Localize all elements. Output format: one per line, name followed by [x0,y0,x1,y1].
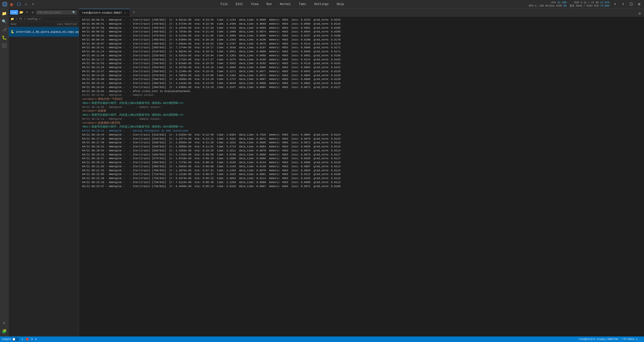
puzzle-icon[interactable]: 🧩 [1,328,8,335]
log-line: 04/21 00:21:02 - mmengine - - Iter(train… [82,165,641,169]
extensions-icon[interactable]: ⬛ [1,42,8,49]
search-icon: 🔍 [72,11,76,14]
log-line: 04/21 00:13:26 - mmengine - - Iter(train… [82,66,641,70]
log-line: 04/21 00:18:54 - mmengine - - Iter(train… [82,149,641,153]
search-activity-icon[interactable]: 🔍 [1,18,8,25]
log-line: 04/21 00:09:02 - mmengine - - Iter(train… [82,34,641,38]
name-column-header: Name [11,23,17,26]
log-line: 04/21 00:19:57 - mmengine - - Iter(train… [82,157,641,161]
list-item[interactable]: 🐍 internlm2_1_8b_qlora_alpaca_e3_copy.py… [9,27,79,37]
server-info: root@intern-studio-5002746: ~/ft/data s.… [579,338,642,341]
disk-label: 显存 6046 / 8182 MiB 73.89% [570,4,609,8]
log-output[interactable]: 04/21 00:06:51 - mmengine - - Iter(train… [79,17,644,336]
editor-area: root@intern-studio-50027 ✕ + ⚙ 04/21 00:… [79,9,644,336]
log-line: 04/21 00:17:49 - mmengine - - Iter(train… [82,141,641,145]
menu-bar: File Edit View Run Kernel Tabs Settings … [218,2,346,7]
error-count: 0 [31,338,33,341]
tab-terminal[interactable]: root@intern-studio-50027 ✕ [79,9,130,16]
menu-kernel[interactable]: Kernel [278,2,293,7]
menu-run[interactable]: Run [264,2,274,7]
log-line: 04/21 00:06:51 - mmengine - - Iter(train… [82,22,641,26]
second-icon[interactable]: ◐ [9,2,15,7]
list-icon[interactable]: ≡ [1,320,8,327]
cpu-info: CPU 21.39% GPU-1: 10% Nvidia A100 8% [529,1,566,8]
main-area: 📁 🔍 ⎇ 🐛 ⬛ ≡ 🧩 + + 📂 ⬆ ↻ 🔍 📁 / ft / confi… [0,9,644,336]
log-line: 04/21 00:16:11 - mmengine - - Saving che… [82,129,641,133]
upload-icon[interactable]: ⬆ [612,2,618,7]
log-line: 04/21 00:12:53 - mmengine - - Iter(train… [82,62,641,66]
line-number: 1 [22,338,23,341]
simple-toggle[interactable]: Simple [2,337,19,341]
log-line: 04/21 00:14:29 - mmengine - - Iter(train… [82,74,641,78]
python-file-icon: 🐍 [11,30,14,34]
menu-tabs[interactable]: Tabs [297,2,308,7]
add-tab-button[interactable]: + [130,9,138,16]
file-search-input[interactable] [37,11,72,14]
error-icon: 🔴 [26,338,29,341]
download-icon[interactable]: ⬇ [620,2,626,7]
svg-point-2 [4,4,5,5]
log-line: 04/21 00:22:36 - mmengine - - Iter(train… [82,177,641,181]
refresh-button[interactable]: ↻ [30,10,35,15]
debug-icon[interactable]: 🐛 [1,34,8,41]
ram-info: 内存 4.31 / 24 GB 17.97% 显存 6046 / 8182 Mi… [570,1,609,8]
log-line: <s><User>:你是我的小助手吗 [82,121,641,125]
log-line: 04/21 00:23:10 - mmengine - - Iter(train… [82,181,641,185]
menu-edit[interactable]: Edit [234,2,245,7]
file-search-box: 🔍 [36,10,77,15]
files-icon[interactable]: 📁 [1,10,8,17]
tab-close-button[interactable]: ✕ [123,11,127,15]
toggle-track[interactable] [12,337,19,341]
plus-icon: + [12,11,14,14]
fourth-icon[interactable]: ◇ [23,2,29,7]
log-line: 04/21 00:18:22 - mmengine - - Iter(train… [82,145,641,149]
log-line: <Bot>:我是劳生跑的小助手。内在是上海AI实验室书生·浦语的1.8B大模型哦… [82,125,641,129]
log-line: 04/21 00:07:58 - mmengine - - Iter(train… [82,26,641,30]
simple-label: Simple [2,338,11,341]
log-line: 04/21 00:06:51 - mmengine - - Iter(train… [82,18,641,22]
log-line: 04/21 00:19:25 - mmengine - - Iter(train… [82,153,641,157]
upload-file-button[interactable]: ⬆ [25,10,29,15]
app-icon[interactable] [2,2,8,7]
log-line: 04/21 00:23:47 - mmengine - - Iter(train… [82,185,641,189]
menu-file[interactable]: File [218,2,230,7]
activity-bar: 📁 🔍 ⎇ 🐛 ⬛ ≡ 🧩 [0,9,9,336]
log-line: 04/21 00:08:53 - mmengine - - Iter(train… [82,30,641,34]
info-icon[interactable]: ⓘ [628,2,634,7]
log-line: 04/21 00:16:04 - mmengine - - Sample out… [82,93,641,97]
ram-label: 内存 4.31 / 24 GB 17.97% [574,1,609,4]
log-line: 04/21 00:16:44 - mmengine - - Iter(train… [82,133,641,137]
log-line: 04/21 00:09:34 - mmengine - - Iter(train… [82,38,641,42]
log-line: <s><User>:请你介绍一下你自己 [82,97,641,101]
settings-icon[interactable]: ⚙ [636,2,642,7]
menu-settings[interactable]: Settings [312,2,331,7]
git-icon[interactable]: ⎇ [1,26,8,33]
tab-label: root@intern-studio-50027 [82,11,122,14]
log-line: <Bot>:我是劳生跑的小助手。内在是上海AI实验室书生·浦语的1.8B大模型哦… [82,101,641,105]
terminal-settings-icon[interactable]: ⚙ [637,11,642,16]
file-name: internlm2_1_8b_qlora_alpaca_e3_copy.py [16,30,79,33]
status-right: root@intern-studio-5002746: ~/ft/data s.… [579,338,642,341]
third-icon[interactable]: ⬡ [16,2,22,7]
new-file-button[interactable]: + + [10,10,18,15]
log-line: 04/21 00:11:48 - mmengine - - Iter(train… [82,54,641,58]
log-line: 04/21 00:13:57 - mmengine - - Iter(train… [82,70,641,74]
tab-bar: root@intern-studio-50027 ✕ + ⚙ [79,9,644,17]
warning-icon: ⚙ [35,338,37,341]
log-line: <s><User>:你是谁 [82,109,641,113]
cpu-label: CPU 21.39% [551,1,566,4]
topbar-left: ◐ ⬡ ◇ ⊙ [2,2,36,7]
toggle-thumb [13,338,15,340]
status-left: Simple 1 🔴 0 ⚙ [2,337,37,341]
topbar: ◐ ⬡ ◇ ⊙ File Edit View Run Kernel Tabs S… [0,0,644,9]
log-line: 04/21 00:22:05 - mmengine - - Iter(train… [82,173,641,177]
log-line: 04/21 00:16:04 - mmengine - - Iter(train… [82,86,641,90]
new-folder-button[interactable]: 📂 [19,10,24,15]
log-line: 04/21 00:16:08 - mmengine - - Sample out… [82,105,641,109]
fifth-icon[interactable]: ⊙ [30,2,36,7]
log-line: <Bot>:我是劳生跑的小助手。内在是上海AI实验室书生·浦语的1.8B大模型哦… [82,113,641,117]
system-info: CPU 21.39% GPU-1: 10% Nvidia A100 8% 内存 … [529,1,642,8]
menu-view[interactable]: View [249,2,260,7]
log-line: 04/21 00:17:18 - mmengine - - Iter(train… [82,137,641,141]
menu-help[interactable]: Help [335,2,346,7]
